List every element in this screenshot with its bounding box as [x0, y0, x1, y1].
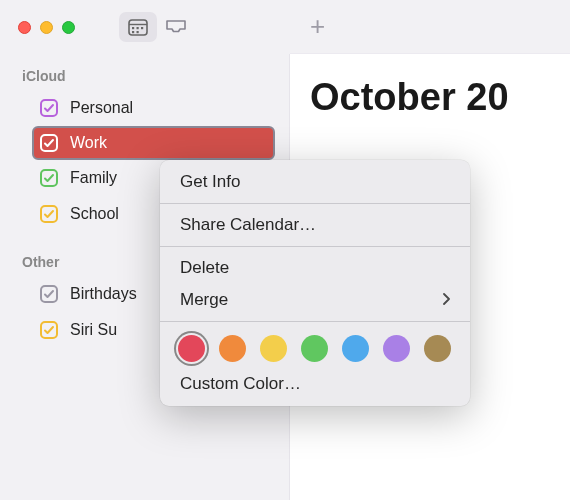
checkbox-icon[interactable] [40, 169, 58, 187]
checkbox-icon[interactable] [40, 99, 58, 117]
color-swatch-green[interactable] [301, 335, 328, 362]
section-header-icloud: iCloud [0, 64, 289, 90]
svg-rect-3 [137, 27, 139, 29]
menu-item-custom-color[interactable]: Custom Color… [160, 368, 470, 400]
menu-separator [160, 203, 470, 204]
inbox-button[interactable] [157, 12, 195, 42]
svg-rect-2 [132, 27, 134, 29]
menu-item-get-info[interactable]: Get Info [160, 166, 470, 198]
svg-rect-5 [132, 31, 134, 33]
color-swatch-purple[interactable] [383, 335, 410, 362]
menu-separator [160, 321, 470, 322]
sidebar-item-label: Siri Su [70, 321, 117, 339]
close-window-button[interactable] [18, 21, 31, 34]
sidebar-item-label: Work [70, 134, 107, 152]
color-swatch-orange[interactable] [219, 335, 246, 362]
minimize-window-button[interactable] [40, 21, 53, 34]
page-title: October 20 [290, 54, 570, 119]
color-swatch-yellow[interactable] [260, 335, 287, 362]
inbox-icon [165, 19, 187, 35]
menu-item-delete[interactable]: Delete [160, 252, 470, 284]
checkbox-icon[interactable] [40, 321, 58, 339]
checkbox-icon[interactable] [40, 285, 58, 303]
menu-item-merge[interactable]: Merge [160, 284, 470, 316]
context-menu: Get Info Share Calendar… Delete Merge Cu… [160, 160, 470, 406]
color-swatch-brown[interactable] [424, 335, 451, 362]
color-swatch-red[interactable] [178, 335, 205, 362]
color-swatch-blue[interactable] [342, 335, 369, 362]
checkbox-icon[interactable] [40, 205, 58, 223]
sidebar-item-label: School [70, 205, 119, 223]
calendars-toggle-button[interactable] [119, 12, 157, 42]
svg-rect-6 [137, 31, 139, 33]
checkbox-icon[interactable] [40, 134, 58, 152]
menu-item-share-calendar[interactable]: Share Calendar… [160, 209, 470, 241]
chevron-right-icon [442, 292, 450, 308]
fullscreen-window-button[interactable] [62, 21, 75, 34]
sidebar-item-label: Birthdays [70, 285, 137, 303]
window-controls [18, 21, 75, 34]
sidebar-item-work[interactable]: Work [32, 126, 275, 160]
sidebar-item-label: Personal [70, 99, 133, 117]
add-event-button[interactable]: + [310, 11, 325, 42]
color-swatch-row [160, 327, 470, 368]
calendar-icon [128, 19, 148, 36]
svg-rect-4 [141, 27, 143, 29]
sidebar-item-personal[interactable]: Personal [0, 90, 289, 126]
sidebar-item-label: Family [70, 169, 117, 187]
menu-separator [160, 246, 470, 247]
